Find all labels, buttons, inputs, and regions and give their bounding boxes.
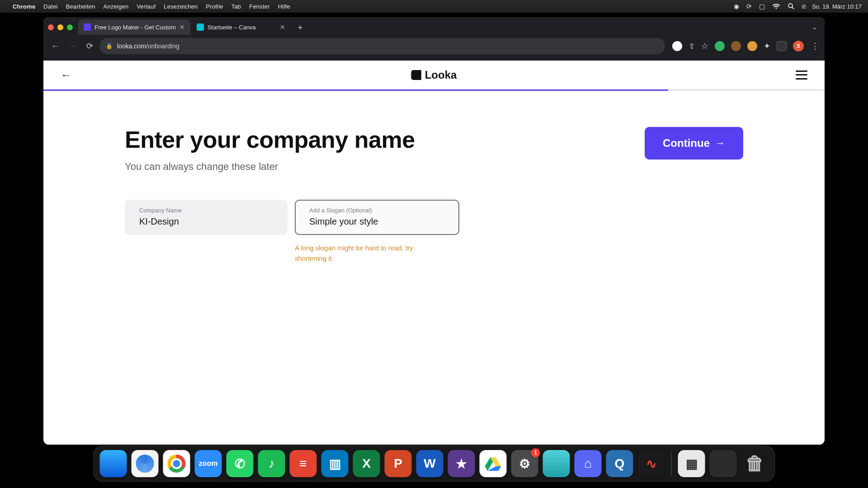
browser-chrome: Free Logo Maker - Get Custom ✕ Startseit… bbox=[43, 17, 825, 61]
tabs-dropdown-icon[interactable]: ⌄ bbox=[809, 23, 820, 31]
nav-back-button[interactable]: ← bbox=[48, 39, 62, 53]
dock-excel-icon[interactable]: X bbox=[353, 450, 380, 477]
dock-word-icon[interactable]: W bbox=[416, 450, 443, 477]
menubar-clock[interactable]: So. 19. März 10:17 bbox=[812, 3, 862, 10]
tab-close-icon[interactable]: ✕ bbox=[179, 23, 185, 31]
app-back-button[interactable]: ← bbox=[61, 69, 71, 81]
page-heading: Enter your company name bbox=[125, 127, 627, 153]
tab-title: Startseite – Canva bbox=[208, 24, 276, 31]
tab-close-icon[interactable]: ✕ bbox=[280, 23, 285, 31]
share-icon[interactable]: ⇪ bbox=[689, 42, 695, 51]
dock-separator bbox=[671, 451, 672, 476]
menubar-item[interactable]: Verlauf bbox=[137, 3, 156, 10]
field-label: Add a Slogan (Optional) bbox=[309, 207, 445, 214]
slogan-field[interactable]: Add a Slogan (Optional) bbox=[295, 200, 459, 235]
google-ext-icon[interactable] bbox=[672, 41, 682, 51]
dock-trash-icon[interactable]: 🗑 bbox=[741, 450, 769, 477]
dock-discord-icon[interactable]: ⌂ bbox=[575, 450, 602, 477]
dock-preview-icon[interactable]: ▦ bbox=[678, 450, 705, 477]
macos-menubar: Chrome Datei Bearbeiten Anzeigen Verlauf… bbox=[0, 0, 868, 13]
extension-icon[interactable] bbox=[715, 41, 725, 51]
macos-dock: zoom ✆ ♪ ≡ ▥ X P W ★ ⚙1 ⌂ Q ∿ ▦ 🗑 bbox=[93, 446, 775, 482]
continue-label: Continue bbox=[663, 137, 710, 150]
window-zoom-button[interactable] bbox=[67, 24, 73, 30]
field-label: Company Name bbox=[139, 207, 273, 214]
new-tab-button[interactable]: ＋ bbox=[293, 20, 307, 34]
dock-todoist-icon[interactable]: ≡ bbox=[290, 450, 317, 477]
toolbar-right: ⇪ ☆ ✦ S ⋮ bbox=[672, 41, 820, 52]
dock-powerpoint-icon[interactable]: P bbox=[385, 450, 412, 477]
url-host: looka.com bbox=[117, 42, 146, 50]
menubar-item[interactable]: Bearbeiten bbox=[66, 3, 95, 10]
browser-tab[interactable]: Startseite – Canva ✕ bbox=[191, 19, 291, 35]
svg-point-0 bbox=[788, 4, 793, 8]
slogan-input[interactable] bbox=[309, 216, 445, 227]
address-bar-row: ← → ⟳ 🔒 looka.com/onboarding ⇪ ☆ ✦ S ⋮ bbox=[43, 37, 825, 61]
dock-imovie-icon[interactable]: ★ bbox=[448, 450, 475, 477]
company-name-input[interactable] bbox=[139, 216, 273, 227]
control-center-icon[interactable]: ⎚ bbox=[802, 3, 806, 10]
dock-whatsapp-icon[interactable]: ✆ bbox=[226, 450, 254, 477]
brand-name: Looka bbox=[425, 69, 457, 81]
tab-strip: Free Logo Maker - Get Custom ✕ Startseit… bbox=[43, 17, 825, 37]
menubar-item[interactable]: Anzeigen bbox=[104, 3, 129, 10]
slogan-warning: A long slogan might be hard to read, try… bbox=[295, 243, 445, 263]
nav-reload-button[interactable]: ⟳ bbox=[82, 39, 97, 53]
menubar-item[interactable]: Profile bbox=[206, 3, 223, 10]
extensions-puzzle-icon[interactable]: ✦ bbox=[764, 41, 770, 51]
menubar-item[interactable]: Tab bbox=[231, 3, 241, 10]
lock-icon: 🔒 bbox=[106, 43, 113, 49]
url-path: /onboarding bbox=[146, 42, 179, 50]
dock-trello-icon[interactable]: ▥ bbox=[321, 450, 349, 477]
menubar-item[interactable]: Hilfe bbox=[278, 3, 290, 10]
status-record-icon[interactable]: ◉ bbox=[734, 3, 739, 10]
dock-quicktime-icon[interactable]: Q bbox=[606, 450, 633, 477]
company-name-field[interactable]: Company Name bbox=[125, 200, 288, 235]
page-content: ← Looka Enter your company name You can … bbox=[43, 61, 825, 445]
wifi-icon[interactable] bbox=[772, 4, 780, 9]
menubar-item[interactable]: Fenster bbox=[249, 3, 269, 10]
dock-safari-icon[interactable] bbox=[132, 450, 159, 477]
browser-window: Free Logo Maker - Get Custom ✕ Startseit… bbox=[43, 17, 825, 445]
menubar-app-name[interactable]: Chrome bbox=[13, 3, 35, 10]
fields-row: Company Name Add a Slogan (Optional) bbox=[125, 200, 468, 235]
dock-voicememos-icon[interactable]: ∿ bbox=[638, 450, 665, 477]
dock-googledrive-icon[interactable] bbox=[480, 450, 507, 477]
window-controls bbox=[48, 24, 73, 30]
settings-badge: 1 bbox=[531, 448, 540, 457]
tab-title: Free Logo Maker - Get Custom bbox=[94, 24, 176, 31]
extension-icon[interactable] bbox=[731, 41, 741, 51]
continue-button[interactable]: Continue → bbox=[645, 127, 743, 160]
dock-spotify-icon[interactable]: ♪ bbox=[258, 450, 285, 477]
window-close-button[interactable] bbox=[48, 24, 54, 30]
status-loop-icon[interactable]: ⟳ bbox=[746, 3, 752, 10]
form-section: Enter your company name You can always c… bbox=[43, 91, 825, 263]
profile-avatar[interactable]: S bbox=[793, 41, 804, 52]
menubar-item[interactable]: Datei bbox=[43, 3, 57, 10]
tab-favicon bbox=[197, 23, 204, 31]
browser-tab-active[interactable]: Free Logo Maker - Get Custom ✕ bbox=[78, 19, 190, 35]
dock-chrome-icon[interactable] bbox=[163, 450, 190, 477]
sidepanel-icon[interactable] bbox=[777, 41, 787, 51]
page-subheading: You can always change these later bbox=[125, 161, 627, 173]
extension-icon[interactable] bbox=[747, 41, 757, 51]
tab-favicon bbox=[84, 23, 91, 31]
menubar-item[interactable]: Lesezeichen bbox=[164, 3, 198, 10]
nav-forward-button[interactable]: → bbox=[65, 39, 80, 53]
brand-logo[interactable]: Looka bbox=[411, 69, 457, 81]
spotlight-search-icon[interactable] bbox=[788, 3, 795, 10]
brand-mark-icon bbox=[411, 70, 421, 80]
dock-app-icon[interactable] bbox=[710, 450, 737, 477]
dock-app-icon[interactable] bbox=[543, 450, 570, 477]
window-minimize-button[interactable] bbox=[57, 24, 63, 30]
arrow-right-icon: → bbox=[715, 137, 725, 149]
menu-hamburger-icon[interactable] bbox=[796, 70, 807, 80]
battery-icon[interactable]: ▢ bbox=[759, 3, 765, 10]
bookmark-star-icon[interactable]: ☆ bbox=[701, 41, 708, 51]
svg-line-1 bbox=[792, 7, 794, 9]
dock-zoom-icon[interactable]: zoom bbox=[195, 450, 222, 477]
dock-finder-icon[interactable] bbox=[100, 450, 127, 477]
chrome-menu-icon[interactable]: ⋮ bbox=[810, 41, 820, 51]
dock-settings-icon[interactable]: ⚙1 bbox=[511, 450, 538, 477]
address-bar[interactable]: 🔒 looka.com/onboarding bbox=[99, 38, 665, 54]
